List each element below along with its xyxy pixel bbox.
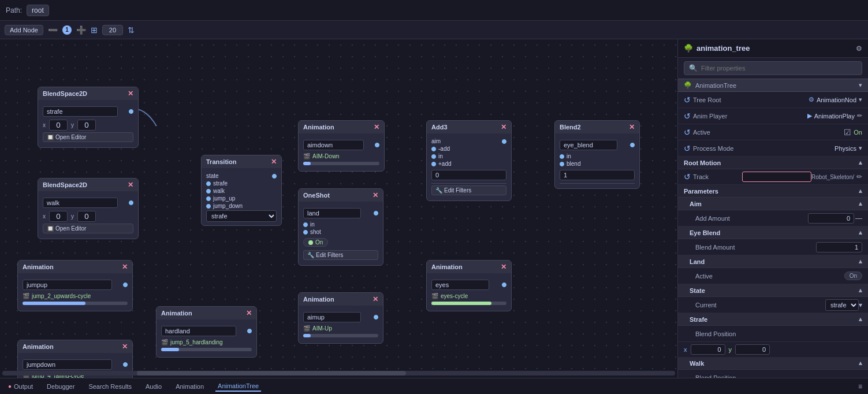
prop-walk-blend: Blend Position <box>678 370 868 378</box>
collapse-walk[interactable]: ▴ <box>859 359 862 367</box>
collapse-strafe[interactable]: ▴ <box>859 315 862 323</box>
close-icon-jumpup[interactable]: ✕ <box>122 263 128 271</box>
close-icon-walk[interactable]: ✕ <box>128 181 133 189</box>
collapse-aim[interactable]: ▴ <box>859 200 862 207</box>
land-active-toggle[interactable]: On <box>844 272 862 280</box>
node-field-strafe[interactable] <box>43 106 118 117</box>
collapse-icon-animtree[interactable]: ▾ <box>859 81 862 89</box>
process-mode-dropdown[interactable]: ▾ <box>859 144 862 152</box>
close-icon-transition[interactable]: ✕ <box>271 158 277 166</box>
node-field-eyes[interactable] <box>431 280 489 290</box>
strafe-y-input[interactable] <box>735 344 770 355</box>
minus-icon[interactable]: ➖ <box>48 25 58 35</box>
node-field-eyeblend[interactable] <box>560 140 617 150</box>
state-section[interactable]: State ▴ <box>678 284 868 297</box>
tab-debugger[interactable]: Debugger <box>44 382 77 391</box>
reset-tree-root[interactable]: ↺ <box>684 95 691 105</box>
blend-amount-input[interactable]: 1 <box>816 242 862 252</box>
node-xy-y-walk[interactable] <box>77 211 96 222</box>
section-animtree[interactable]: 🌳 AnimationTree ▾ <box>678 79 868 92</box>
close-icon-add3[interactable]: ✕ <box>501 123 506 131</box>
strafe-xy-row: x y <box>678 342 868 357</box>
state-current-select[interactable]: strafe <box>825 299 859 311</box>
close-icon-oneshot[interactable]: ✕ <box>372 191 378 199</box>
close-icon-blend2[interactable]: ✕ <box>629 123 635 131</box>
canvas-scrollbar-thumb[interactable] <box>137 371 406 376</box>
close-icon[interactable]: ✕ <box>128 90 133 98</box>
close-icon-aimdown[interactable]: ✕ <box>374 123 379 131</box>
filter-input[interactable] <box>701 65 857 72</box>
eye-blend-section[interactable]: Eye Blend ▴ <box>678 226 868 239</box>
tab-search[interactable]: Search Results <box>86 382 134 391</box>
node-field-jumpdown[interactable] <box>23 359 112 370</box>
reset-track[interactable]: ↺ <box>684 172 691 181</box>
root-motion-section[interactable]: Root Motion ▴ <box>678 157 868 169</box>
edit-filters-button-oneshot[interactable]: 🔧 Edit Filters <box>303 250 378 260</box>
close-icon-hardland[interactable]: ✕ <box>246 309 252 317</box>
node-field-jumpup[interactable] <box>23 280 112 290</box>
land-section[interactable]: Land ▴ <box>678 255 868 268</box>
reset-anim-player[interactable]: ↺ <box>684 111 691 121</box>
add-amount-input[interactable]: 0 <box>808 213 854 224</box>
tab-animtree[interactable]: AnimationTree <box>215 381 261 392</box>
open-editor-button-walk[interactable]: 🔲 Open Editor <box>43 224 133 233</box>
close-icon-jumpdown[interactable]: ✕ <box>122 343 128 351</box>
aim-section[interactable]: Aim ▴ <box>678 198 868 210</box>
port-left-jumpdown <box>206 204 211 209</box>
add-node-button[interactable]: Add Node <box>5 25 43 35</box>
tree-root-value: ⚙ AnimationNod ▾ <box>809 96 862 103</box>
close-icon-aimup[interactable]: ✕ <box>372 295 378 303</box>
transition-select[interactable]: strafe <box>206 210 277 222</box>
node-field-aimup[interactable] <box>303 312 361 322</box>
reset-process-mode[interactable]: ↺ <box>684 144 691 153</box>
collapse-state[interactable]: ▴ <box>859 287 862 294</box>
tab-output[interactable]: ● Output <box>6 382 35 391</box>
tab-audio[interactable]: Audio <box>143 382 164 391</box>
add-amount-slider[interactable]: — <box>855 214 862 222</box>
collapse-root-motion[interactable]: ▴ <box>859 159 862 166</box>
node-field-walk[interactable] <box>43 198 118 208</box>
zoom-level[interactable]: 20 <box>102 25 123 35</box>
anim-player-edit[interactable]: ✏ <box>857 112 862 120</box>
strafe-x-input[interactable] <box>691 344 725 355</box>
panel-settings-icon[interactable]: ⚙ <box>856 44 862 53</box>
tree-root-dropdown[interactable]: ▾ <box>859 96 862 103</box>
layout-icon[interactable]: ≡ <box>858 382 862 391</box>
node-blend-val[interactable] <box>560 170 635 180</box>
canvas[interactable]: BlendSpace2D ✕ x y 🔲 Open Editor <box>0 39 677 378</box>
node-xy-x-walk[interactable] <box>49 211 68 222</box>
node-val1-add3[interactable] <box>431 170 506 180</box>
state-dropdown[interactable]: ▾ <box>859 301 862 309</box>
anim-name-aimdown: AIM-Down <box>312 153 340 159</box>
arrow-updown-icon[interactable]: ⇅ <box>128 25 135 35</box>
current-label: Current <box>684 302 825 308</box>
walk-section[interactable]: Walk ▴ <box>678 357 868 370</box>
collapse-parameters[interactable]: ▴ <box>859 187 862 195</box>
port-left-jumpup <box>206 196 211 201</box>
close-icon-eyes[interactable]: ✕ <box>501 263 506 271</box>
node-field-land[interactable] <box>303 208 361 218</box>
track-input[interactable] <box>742 172 811 182</box>
track-edit[interactable]: ✏ <box>856 173 862 181</box>
port-right-transition <box>272 174 277 179</box>
grid-icon[interactable]: ⊞ <box>91 25 98 35</box>
node-field-hardland[interactable] <box>161 326 236 336</box>
land-active-value: On <box>850 273 857 279</box>
edit-filters-button-add3[interactable]: 🔧 Edit Filters <box>431 185 506 195</box>
canvas-scrollbar[interactable] <box>2 371 675 376</box>
node-xy-y[interactable] <box>77 120 96 131</box>
node-field-aimdown[interactable] <box>303 140 364 150</box>
strafe-section[interactable]: Strafe ▴ <box>678 313 868 326</box>
collapse-land[interactable]: ▴ <box>859 258 862 265</box>
plus-icon[interactable]: ➕ <box>76 25 86 35</box>
path-root[interactable]: root <box>27 5 49 16</box>
tab-animation[interactable]: Animation <box>173 382 206 391</box>
parameters-section[interactable]: Parameters ▴ <box>678 185 868 198</box>
reset-active[interactable]: ↺ <box>684 128 691 137</box>
open-editor-button[interactable]: 🔲 Open Editor <box>43 132 133 142</box>
node-header-add3: Add3 ✕ <box>427 121 511 133</box>
toggle-on-oneshot[interactable]: On <box>303 238 328 247</box>
collapse-eye-blend[interactable]: ▴ <box>859 229 862 236</box>
node-xy-x[interactable] <box>49 120 68 131</box>
active-checkbox[interactable]: ☑ <box>844 128 851 137</box>
